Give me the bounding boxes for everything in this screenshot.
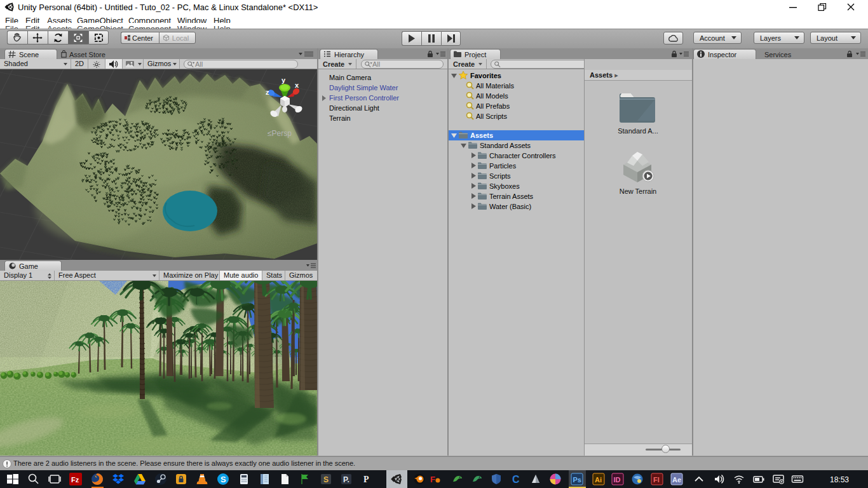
svg-text:S: S [323,475,329,484]
svg-text:P: P [363,475,369,484]
svg-text:F: F [430,475,435,484]
svg-text:y: y [281,76,286,84]
svg-text:ID: ID [614,476,621,484]
svg-text:z: z [266,88,269,96]
svg-text:Ps: Ps [573,476,581,484]
svg-text:x: x [295,81,299,89]
svg-text:≤Persp: ≤Persp [268,129,292,138]
svg-text:Ae: Ae [672,476,681,484]
svg-text:C: C [512,474,520,485]
svg-text:Fz: Fz [71,476,79,484]
svg-text:S: S [220,475,226,484]
svg-text:Ai: Ai [595,476,602,484]
svg-text:P.: P. [343,475,349,484]
svg-text:Fl: Fl [653,476,660,484]
